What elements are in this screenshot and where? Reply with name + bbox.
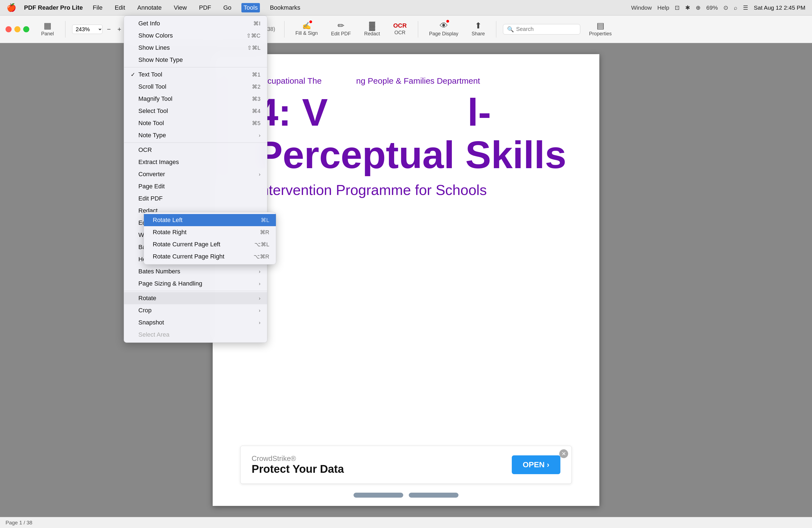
scroll-bar-1 — [353, 493, 403, 498]
properties-button[interactable]: ▤ Properties — [585, 19, 616, 39]
submenu-rotate-left[interactable]: Rotate Left ⌘L — [144, 214, 276, 226]
menu-arrow-rotate: › — [259, 295, 260, 301]
menu-bookmarks[interactable]: Bookmarks — [267, 3, 302, 12]
apple-menu[interactable]: 🍎 — [6, 3, 16, 12]
menu-magnify-tool[interactable]: Magnify Tool ⌘3 — [124, 93, 267, 105]
menu-page-sizing[interactable]: Page Sizing & Handling › — [124, 278, 267, 290]
menu-show-colors[interactable]: Show Colors ⇧⌘C — [124, 30, 267, 42]
menubar-right: Window Help ⊡ ✱ ⊕ 69% ⊙ ⌕ ☰ Sat Aug 12 2… — [631, 4, 806, 11]
bluetooth-icon: ✱ — [685, 4, 690, 11]
pdf-page: Occupational The ng People & Families De… — [213, 54, 599, 506]
menu-crop[interactable]: Crop › — [124, 304, 267, 317]
app-name[interactable]: PDF Reader Pro Lite — [24, 4, 83, 11]
menu-select-tool[interactable]: Select Tool ⌘4 — [124, 105, 267, 117]
scroll-indicators — [353, 493, 459, 498]
edit-pdf-button[interactable]: ✏ Edit PDF — [327, 19, 356, 39]
menu-arrow-crop: › — [259, 308, 260, 313]
submenu-label-rotate-current-right: Rotate Current Page Right — [150, 253, 253, 260]
menu-annotate[interactable]: Annotate — [135, 3, 164, 12]
panel-button[interactable]: ▦ Panel — [37, 19, 59, 39]
submenu-rotate-current-right[interactable]: Rotate Current Page Right ⌥⌘R — [144, 250, 276, 263]
menu-ocr[interactable]: OCR — [124, 144, 267, 156]
menu-view[interactable]: View — [172, 3, 189, 12]
menu-select-area: Select Area — [124, 328, 267, 341]
tools-menu[interactable]: Get Info ⌘I Show Colors ⇧⌘C Show Lines ⇧… — [124, 15, 267, 343]
scroll-bar-2 — [409, 493, 459, 498]
rotate-submenu[interactable]: Rotate Left ⌘L Rotate Right ⌘R Rotate Cu… — [144, 212, 276, 265]
menu-show-lines[interactable]: Show Lines ⇧⌘L — [124, 42, 267, 54]
menu-extract-images[interactable]: Extract Images — [124, 156, 267, 168]
zoom-control: 243% − + — [72, 24, 124, 34]
pdf-programme: Intervention Programme for Schools — [240, 182, 572, 198]
menu-label-crop: Crop — [136, 307, 259, 314]
menu-page-edit[interactable]: Page Edit — [124, 180, 267, 192]
divider-1 — [124, 67, 267, 68]
zoom-select[interactable]: 243% — [72, 25, 102, 34]
statusbar: Page 1 / 38 — [0, 517, 812, 528]
menu-tools[interactable]: Tools — [242, 3, 260, 12]
menu-label-magnify-tool: Magnify Tool — [136, 95, 252, 102]
zoom-plus-button[interactable]: + — [115, 24, 124, 34]
menu-label-bates-numbers: Bates Numbers — [136, 268, 259, 275]
submenu-rotate-current-left[interactable]: Rotate Current Page Left ⌥⌘L — [144, 238, 276, 250]
menu-label-note-type: Note Type — [136, 132, 259, 139]
redact-label: Redact — [364, 31, 380, 37]
ad-open-button[interactable]: OPEN › — [512, 455, 561, 474]
menu-file[interactable]: File — [91, 3, 105, 12]
help-menu[interactable]: Help — [657, 4, 669, 11]
menu-text-tool[interactable]: ✓ Text Tool ⌘1 — [124, 69, 267, 80]
menu-label-ocr: OCR — [136, 146, 260, 153]
ocr-button[interactable]: OCR OCR — [389, 20, 411, 38]
menu-go[interactable]: Go — [221, 3, 233, 12]
clock: Sat Aug 12 2:45 PM — [754, 4, 806, 11]
ad-close-button[interactable]: ✕ — [559, 449, 568, 458]
pdf-subtitle: Occupational The ng People & Families De… — [240, 76, 572, 86]
submenu-shortcut-rotate-current-left: ⌥⌘L — [255, 241, 269, 248]
menu-label-edit-pdf: Edit PDF — [136, 195, 260, 202]
airdrop-icon: ⊡ — [675, 4, 680, 11]
share-icon: ⬆ — [475, 21, 482, 30]
menu-arrow-bates-numbers: › — [259, 269, 260, 275]
toolbar-separator-6 — [496, 21, 496, 38]
redact-button[interactable]: ▓ Redact — [360, 19, 385, 39]
menu-arrow-converter: › — [259, 172, 260, 177]
page-display-icon: 👁 — [440, 21, 448, 30]
ocr-icon: OCR — [393, 23, 407, 29]
page-display-button[interactable]: 👁 Page Display — [425, 19, 463, 39]
search-box[interactable]: 🔍 — [503, 24, 580, 34]
menu-check-text-tool: ✓ — [131, 71, 136, 78]
submenu-rotate-right[interactable]: Rotate Right ⌘R — [144, 226, 276, 238]
properties-icon: ▤ — [597, 21, 604, 30]
ad-headline: Protect Your Data — [251, 463, 344, 475]
ocr-label: OCR — [394, 30, 405, 35]
menu-note-tool[interactable]: Note Tool ⌘5 — [124, 117, 267, 129]
menu-bates-numbers[interactable]: Bates Numbers › — [124, 265, 267, 278]
fill-sign-button[interactable]: ✍ Fill & Sign — [291, 20, 322, 39]
share-button[interactable]: ⬆ Share — [467, 19, 489, 39]
menu-snapshot[interactable]: Snapshot › — [124, 317, 267, 328]
page-display-label: Page Display — [429, 31, 459, 37]
menu-rotate[interactable]: Rotate › — [124, 292, 267, 304]
menu-note-type[interactable]: Note Type › — [124, 129, 267, 142]
menu-show-note-type[interactable]: Show Note Type — [124, 54, 267, 66]
close-button[interactable] — [5, 26, 12, 32]
menu-edit[interactable]: Edit — [112, 3, 127, 12]
menu-converter[interactable]: Converter › — [124, 168, 267, 180]
submenu-shortcut-rotate-right: ⌘R — [260, 229, 269, 236]
menu-get-info[interactable]: Get Info ⌘I — [124, 17, 267, 30]
menu-shortcut-show-colors: ⇧⌘C — [246, 32, 260, 39]
toolbar-separator-5 — [418, 21, 418, 38]
fill-sign-label: Fill & Sign — [295, 30, 318, 36]
ad-text: CrowdStrike® Protect Your Data — [251, 454, 344, 475]
search-input[interactable] — [516, 26, 576, 32]
maximize-button[interactable] — [23, 26, 29, 32]
menu-pdf[interactable]: PDF — [197, 3, 213, 12]
ad-banner: ✕ CrowdStrike® Protect Your Data OPEN › — [240, 446, 572, 484]
menu-edit-pdf[interactable]: Edit PDF — [124, 192, 267, 205]
menu-scroll-tool[interactable]: Scroll Tool ⌘2 — [124, 80, 267, 93]
minimize-button[interactable] — [14, 26, 20, 32]
main-area: Occupational The ng People & Families De… — [0, 43, 812, 517]
zoom-minus-button[interactable]: − — [105, 24, 113, 34]
menu-shortcut-text-tool: ⌘1 — [252, 71, 260, 78]
window-menu[interactable]: Window — [631, 4, 652, 11]
